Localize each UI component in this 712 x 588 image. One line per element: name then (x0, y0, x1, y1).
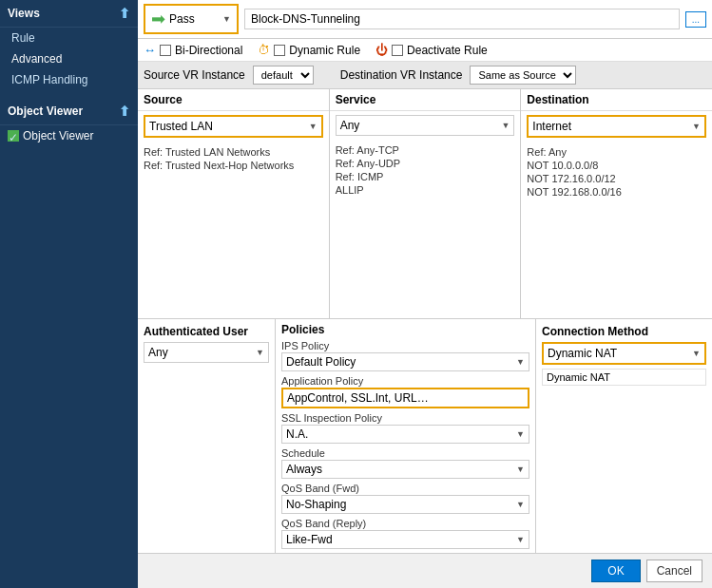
more-button[interactable]: ... (685, 11, 706, 28)
three-col-area: Source Trusted LAN ▼ Ref: Trusted LAN Ne… (138, 89, 712, 319)
list-item: Ref: Any-UDP (336, 157, 515, 170)
conn-header: Connection Method (542, 325, 706, 338)
destination-items: Ref: Any NOT 10.0.0.0/8 NOT 172.16.0.0/1… (521, 142, 712, 318)
app-policy-select[interactable]: AppControl, SSL.Int, URL.Fil, Virus Sc..… (281, 388, 529, 408)
sidebar-item-advanced[interactable]: Advanced (0, 48, 138, 69)
policies-col: Policies IPS Policy Default Policy ▼ App… (276, 319, 536, 553)
schedule-select[interactable]: Always ▼ (281, 460, 529, 479)
bidirectional-icon: ↔ (144, 43, 156, 57)
source-section: Source Trusted LAN ▼ Ref: Trusted LAN Ne… (138, 89, 330, 318)
sidebar-item-icmp[interactable]: ICMP Handling (0, 69, 138, 90)
source-vr-select[interactable]: default (253, 66, 314, 85)
bidirectional-checkbox[interactable] (160, 45, 171, 56)
bottom-section: Authenticated User Any ▼ Policies IPS Po… (138, 319, 712, 553)
sidebar-views-header[interactable]: Views ⬆ (0, 0, 138, 28)
vr-row: Source VR Instance default Destination V… (138, 62, 712, 89)
list-item: Ref: Any (527, 145, 706, 159)
schedule-dropdown-arrow: ▼ (516, 465, 525, 474)
list-item: NOT 172.16.0.0/12 (527, 172, 706, 185)
list-item: Ref: Any-TCP (336, 143, 515, 157)
conn-dropdown-arrow: ▼ (692, 349, 701, 358)
object-viewer-label: Object Viewer (8, 104, 83, 118)
ok-button[interactable]: OK (591, 560, 640, 582)
conn-option-item[interactable]: Dynamic NAT (542, 369, 706, 386)
main-content: ➡ Pass ▼ ... ↔ Bi-Directional ⏱ Dynamic … (138, 0, 712, 588)
ips-policy-value: Default Policy (286, 355, 356, 369)
sidebar-object-viewer-header[interactable]: Object Viewer ⬆ (0, 98, 138, 125)
dest-vr-select[interactable]: Same as Source (470, 66, 576, 85)
service-select-value: Any (340, 119, 360, 132)
service-select[interactable]: Any ▼ (336, 115, 515, 136)
sidebar: Views ⬆ Rule Advanced ICMP Handling Obje… (0, 0, 138, 588)
auth-dropdown-arrow: ▼ (256, 348, 264, 357)
source-select-value: Trusted LAN (149, 120, 213, 133)
destination-select-value: Internet (532, 120, 571, 133)
service-header: Service (330, 89, 521, 111)
pass-arrow-icon: ➡ (151, 9, 165, 29)
ssl-policy-value: N.A. (286, 427, 308, 441)
qos-fwd-dropdown-arrow: ▼ (516, 500, 525, 509)
service-section: Service Any ▼ Ref: Any-TCP Ref: Any-UDP … (330, 89, 522, 318)
ips-policy-select[interactable]: Default Policy ▼ (281, 352, 529, 371)
toolbar-deactivate[interactable]: ⏻ Deactivate Rule (375, 43, 488, 57)
object-viewer-item[interactable]: ✓ Object Viewer (0, 125, 138, 146)
service-items: Ref: Any-TCP Ref: Any-UDP Ref: ICMP ALLI… (330, 140, 521, 318)
source-items: Ref: Trusted LAN Networks Ref: Trusted N… (138, 142, 329, 318)
dest-vr-label: Destination VR Instance (340, 68, 463, 82)
auth-select[interactable]: Any ▼ (144, 342, 269, 363)
qos-reply-dropdown-arrow: ▼ (516, 535, 525, 544)
toolbar-bidirectional[interactable]: ↔ Bi-Directional (144, 43, 242, 57)
cancel-button[interactable]: Cancel (646, 560, 702, 582)
source-dropdown-arrow: ▼ (309, 122, 318, 131)
source-vr-label: Source VR Instance (144, 68, 245, 82)
toolbar-row: ↔ Bi-Directional ⏱ Dynamic Rule ⏻ Deacti… (138, 39, 712, 62)
object-viewer-item-label: Object Viewer (23, 129, 93, 142)
qos-reply-select[interactable]: Like-Fwd ▼ (281, 530, 529, 549)
qos-fwd-select[interactable]: No-Shaping ▼ (281, 495, 529, 514)
list-item: NOT 10.0.0.0/8 (527, 159, 706, 172)
source-select[interactable]: Trusted LAN ▼ (144, 115, 323, 138)
list-item: NOT 192.168.0.0/16 (527, 185, 706, 199)
auth-col: Authenticated User Any ▼ (138, 319, 276, 553)
auth-header: Authenticated User (144, 325, 269, 338)
app-policy-value: AppControl, SSL.Int, URL.Fil, Virus Sc..… (287, 391, 430, 405)
bidirectional-label: Bi-Directional (175, 44, 242, 57)
schedule-value: Always (286, 463, 322, 476)
list-item: Ref: ICMP (336, 170, 515, 183)
deactivate-checkbox[interactable] (392, 45, 403, 56)
footer: OK Cancel (138, 553, 712, 588)
auth-select-value: Any (148, 346, 168, 359)
destination-header: Destination (521, 89, 712, 111)
object-viewer-checkbox[interactable]: ✓ (8, 130, 19, 142)
pass-dropdown-arrow[interactable]: ▼ (222, 14, 231, 24)
ssl-dropdown-arrow: ▼ (516, 429, 525, 439)
top-bar: ➡ Pass ▼ ... (138, 0, 712, 39)
conn-method-select[interactable]: Dynamic NAT ▼ (542, 342, 706, 365)
qos-reply-label: QoS Band (Reply) (281, 518, 529, 529)
ssl-policy-select[interactable]: N.A. ▼ (281, 425, 529, 444)
toolbar-dynamic-rule[interactable]: ⏱ Dynamic Rule (258, 43, 360, 57)
deactivate-icon: ⏻ (375, 43, 388, 57)
views-expand-icon: ⬆ (119, 6, 130, 21)
deactivate-label: Deactivate Rule (407, 44, 488, 57)
list-item: ALLIP (336, 183, 515, 197)
sidebar-item-rule[interactable]: Rule (0, 28, 138, 48)
schedule-label: Schedule (281, 447, 529, 459)
destination-dropdown-arrow: ▼ (692, 122, 701, 131)
service-dropdown-arrow: ▼ (501, 121, 510, 130)
rule-name-input[interactable] (244, 9, 680, 29)
destination-section: Destination Internet ▼ Ref: Any NOT 10.0… (521, 89, 712, 318)
conn-col: Connection Method Dynamic NAT ▼ Dynamic … (536, 319, 712, 553)
object-viewer-expand-icon: ⬆ (119, 104, 130, 119)
dynamic-rule-label: Dynamic Rule (289, 44, 360, 57)
ssl-policy-label: SSL Inspection Policy (281, 412, 529, 424)
qos-fwd-value: No-Shaping (286, 498, 346, 511)
list-item: Ref: Trusted Next-Hop Networks (144, 159, 323, 172)
pass-action[interactable]: ➡ Pass ▼ (144, 4, 239, 34)
app-policy-label: Application Policy (281, 375, 529, 387)
source-header: Source (138, 89, 329, 111)
destination-select[interactable]: Internet ▼ (527, 115, 706, 138)
ips-dropdown-arrow: ▼ (516, 357, 525, 367)
sidebar-views-label: Views (8, 7, 40, 20)
dynamic-rule-checkbox[interactable] (274, 45, 285, 56)
